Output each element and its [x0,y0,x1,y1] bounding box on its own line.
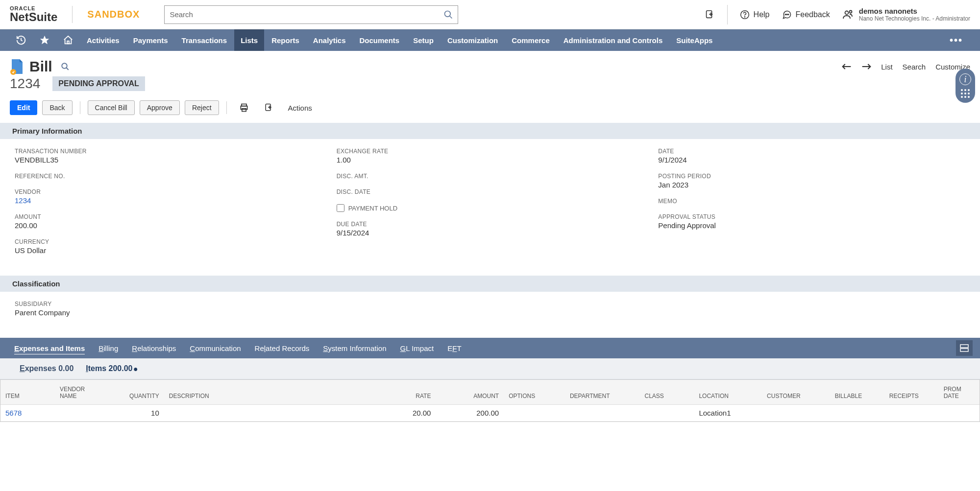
main-nav: Activities Payments Transactions Lists R… [0,29,980,51]
svg-point-9 [849,10,852,13]
oracle-netsuite-logo[interactable]: ORACLE NetSuite [10,5,57,24]
tab-eft[interactable]: EFT [441,339,468,357]
nav-more-icon[interactable]: ••• [942,30,970,51]
cell-item[interactable]: 5678 [0,405,55,421]
field-vendor: VENDOR 1234 [15,188,322,205]
col-department[interactable]: DEPARTMENT [565,380,640,405]
svg-rect-11 [67,41,69,44]
field-posting-period: POSTING PERIOD Jan 2023 [658,173,965,189]
col-class[interactable]: CLASS [640,380,694,405]
back-button[interactable]: Back [42,100,72,115]
next-record-icon[interactable] [861,63,871,70]
approve-button[interactable]: Approve [140,100,180,115]
col-description[interactable]: DESCRIPTION [164,380,382,405]
users-icon [842,9,854,21]
col-prom-date[interactable]: PROMDATE [939,380,980,405]
nav-administration[interactable]: Administration and Controls [557,29,669,51]
feedback-link[interactable]: Feedback [782,10,830,20]
button-divider [80,101,80,114]
cell-class [640,405,694,421]
tab-related-records[interactable]: Related Records [248,339,317,357]
tabs-view-toggle-icon[interactable] [956,340,973,356]
cell-rate: 20.00 [382,405,436,421]
svg-rect-21 [960,349,968,351]
col-amount[interactable]: AMOUNT [436,380,504,405]
info-widget[interactable]: i [956,69,975,103]
title-search-icon[interactable] [61,62,70,71]
tab-system-information[interactable]: System Information [316,339,393,357]
prev-record-icon[interactable] [842,63,852,70]
print-icon[interactable] [234,100,254,116]
search-container [164,5,458,24]
classification-header: Classification [0,276,980,292]
col-quantity[interactable]: QUANTITY [109,380,164,405]
quick-add-icon[interactable] [704,9,715,20]
nav-commerce[interactable]: Commerce [505,29,556,51]
info-icon: i [959,73,971,85]
primary-info-header: Primary Information [0,123,980,139]
payment-hold-checkbox[interactable] [337,204,344,212]
user-company: Nano Net Technologies Inc. - Administrat… [859,15,970,22]
user-menu[interactable]: demos nanonets Nano Net Technologies Inc… [842,7,970,22]
col-item[interactable]: ITEM [0,380,55,405]
svg-marker-10 [40,36,49,44]
table-header-row: ITEM VENDORNAME QUANTITY DESCRIPTION RAT… [0,380,980,405]
subtab-expenses[interactable]: Expenses 0.00 [20,364,74,373]
svg-point-0 [445,11,451,17]
nav-analytics[interactable]: Analytics [307,29,352,51]
top-header: ORACLE NetSuite SANDBOX Help Feedback de… [0,0,980,29]
cancel-bill-button[interactable]: Cancel Bill [88,100,135,115]
new-record-icon[interactable] [259,100,278,116]
svg-point-6 [786,14,787,15]
payment-hold-label: PAYMENT HOLD [348,205,397,212]
home-icon[interactable] [57,30,79,50]
button-divider [226,101,227,114]
nav-payments[interactable]: Payments [127,29,174,51]
col-receipts[interactable]: RECEIPTS [884,380,939,405]
netsuite-text: NetSuite [10,10,57,24]
help-link[interactable]: Help [740,10,770,20]
table-row[interactable]: 5678 10 20.00 200.00 Location1 [0,405,980,421]
tab-communication[interactable]: Communication [183,339,247,357]
favorites-icon[interactable] [33,30,56,50]
subtabs: Expenses 0.00 Items 200.00• [0,358,980,379]
status-badge: PENDING APPROVAL [52,76,145,91]
vendor-link[interactable]: 1234 [15,196,322,205]
edit-button[interactable]: Edit [10,100,37,115]
recent-icon[interactable] [10,30,32,50]
field-disc-date: DISC. DATE [337,188,644,195]
tab-billing[interactable]: Billing [92,339,125,357]
col-vendor-name[interactable]: VENDORNAME [55,380,109,405]
search-link[interactable]: Search [903,63,926,71]
col-rate[interactable]: RATE [382,380,436,405]
col-customer[interactable]: CUSTOMER [762,380,830,405]
field-payment-hold: PAYMENT HOLD [337,204,644,212]
subtab-items[interactable]: Items 200.00• [86,364,138,373]
tab-relationships[interactable]: Relationships [125,339,183,357]
header-right: Help Feedback demos nanonets Nano Net Te… [704,5,970,24]
col-billable[interactable]: BILLABLE [830,380,884,405]
reject-button[interactable]: Reject [185,100,219,115]
record-number: 1234 [10,76,40,92]
nav-setup[interactable]: Setup [407,29,440,51]
actions-menu[interactable]: Actions [283,101,317,115]
field-exchange-rate: EXCHANGE RATE 1.00 [337,148,644,164]
tab-expenses-items[interactable]: Expenses and Items [7,339,92,357]
nav-documents[interactable]: Documents [353,29,406,51]
header-divider [727,5,728,24]
nav-suiteapps[interactable]: SuiteApps [670,29,719,51]
primary-info-grid: TRANSACTION NUMBER VENDBILL35 REFERENCE … [0,139,980,276]
field-amount: AMOUNT 200.00 [15,213,322,230]
nav-lists[interactable]: Lists [234,29,264,51]
nav-activities[interactable]: Activities [80,29,126,51]
col-location[interactable]: LOCATION [694,380,762,405]
search-input[interactable] [164,5,458,24]
list-link[interactable]: List [881,63,892,71]
col-options[interactable]: OPTIONS [504,380,565,405]
tab-gl-impact[interactable]: GL Impact [393,339,441,357]
nav-transactions[interactable]: Transactions [175,29,234,51]
nav-reports[interactable]: Reports [265,29,306,51]
search-icon[interactable] [443,10,453,20]
sandbox-badge: SANDBOX [87,9,140,20]
nav-customization[interactable]: Customization [441,29,504,51]
